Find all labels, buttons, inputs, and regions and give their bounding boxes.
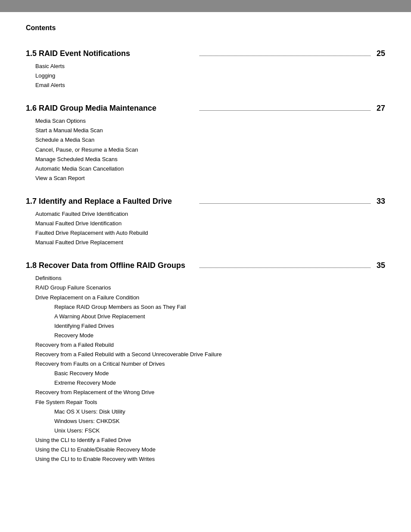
- list-item: Email Alerts: [35, 81, 385, 90]
- section-1-8-page: 35: [373, 261, 385, 270]
- list-item: Using the CLI to Enable/Disable Recovery…: [35, 445, 385, 454]
- section-1-5-page: 25: [373, 49, 385, 58]
- list-item: Using the CLI to Identify a Failed Drive: [35, 436, 385, 445]
- section-1-8-sub-sub-items-3: Mac OS X Users: Disk Utility Windows Use…: [54, 407, 385, 436]
- list-item: Start a Manual Media Scan: [35, 126, 385, 135]
- section-1-5-dots: [199, 56, 371, 56]
- list-item: Automatic Media Scan Cancellation: [35, 164, 385, 174]
- section-1-7-block: 1.7 Identify and Replace a Faulted Drive…: [26, 187, 385, 247]
- list-item: Recovery from a Failed Rebuild with a Se…: [35, 350, 385, 359]
- list-item: Recovery from a Failed Rebuild: [35, 340, 385, 350]
- section-1-7-sub-items: Automatic Faulted Drive Identification M…: [35, 209, 385, 247]
- list-item: Schedule a Media Scan: [35, 135, 385, 145]
- section-1-7-heading: 1.7 Identify and Replace a Faulted Drive…: [26, 197, 385, 206]
- section-1-8-sub-sub-items-2: Basic Recovery Mode Extreme Recovery Mod…: [54, 369, 385, 388]
- section-1-6-page: 27: [373, 104, 385, 113]
- section-1-5-block: 1.5 RAID Event Notifications 25 Basic Al…: [26, 40, 385, 90]
- section-1-5-heading: 1.5 RAID Event Notifications 25: [26, 49, 385, 58]
- section-1-8-dots: [199, 268, 371, 268]
- section-1-8-title: 1.8 Recover Data from Offline RAID Group…: [26, 261, 197, 270]
- section-1-6-heading-row: 1.6 RAID Group Media Maintenance 27: [26, 94, 385, 115]
- list-item: Using the CLI to to Enable Recovery with…: [35, 454, 385, 464]
- list-item: Manual Faulted Drive Replacement: [35, 238, 385, 247]
- list-item: File System Repair Tools: [35, 398, 385, 407]
- list-item: Drive Replacement on a Failure Condition: [35, 293, 385, 302]
- top-bar: [0, 0, 411, 12]
- list-item: Recovery from Faults on a Critical Numbe…: [35, 359, 385, 369]
- list-item: Basic Recovery Mode: [54, 369, 385, 378]
- section-1-8-heading-row: 1.8 Recover Data from Offline RAID Group…: [26, 252, 385, 273]
- page-container: Contents 1.5 RAID Event Notifications 25…: [0, 0, 411, 532]
- section-1-5-heading-row: 1.5 RAID Event Notifications 25: [26, 40, 385, 61]
- list-item: Manage Scheduled Media Scans: [35, 155, 385, 164]
- section-1-7-dots: [199, 203, 371, 204]
- list-item: Basic Alerts: [35, 62, 385, 71]
- section-1-6-heading: 1.6 RAID Group Media Maintenance 27: [26, 104, 385, 113]
- list-item: Logging: [35, 71, 385, 81]
- list-item: Unix Users: FSCK: [54, 426, 385, 436]
- list-item: Faulted Drive Replacement with Auto Rebu…: [35, 228, 385, 238]
- section-1-6-dots: [199, 110, 371, 111]
- list-item: Recovery from Replacement of the Wrong D…: [35, 388, 385, 397]
- section-1-8-block: 1.8 Recover Data from Offline RAID Group…: [26, 252, 385, 464]
- list-item: Windows Users: CHKDSK: [54, 417, 385, 426]
- list-item: Recovery Mode: [54, 331, 385, 340]
- list-item: View a Scan Report: [35, 174, 385, 183]
- list-item: Manual Faulted Drive Identification: [35, 219, 385, 228]
- section-1-8-heading: 1.8 Recover Data from Offline RAID Group…: [26, 261, 385, 270]
- list-item: Automatic Faulted Drive Identification: [35, 209, 385, 219]
- section-1-7-title: 1.7 Identify and Replace a Faulted Drive: [26, 197, 197, 206]
- section-1-7-page: 33: [373, 197, 385, 206]
- section-1-5-sub-items: Basic Alerts Logging Email Alerts: [35, 62, 385, 90]
- section-1-7-heading-row: 1.7 Identify and Replace a Faulted Drive…: [26, 187, 385, 208]
- section-1-8-sub-items: Definitions RAID Group Failure Scenarios…: [35, 274, 385, 464]
- list-item: Extreme Recovery Mode: [54, 378, 385, 388]
- list-item: Mac OS X Users: Disk Utility: [54, 407, 385, 417]
- contents-heading: Contents: [26, 24, 385, 32]
- list-item: Identifying Failed Drives: [54, 321, 385, 331]
- list-item: A Warning About Drive Replacement: [54, 312, 385, 321]
- list-item: RAID Group Failure Scenarios: [35, 283, 385, 292]
- section-1-8-sub-sub-items-1: Replace RAID Group Members as Soon as Th…: [54, 302, 385, 340]
- list-item: Replace RAID Group Members as Soon as Th…: [54, 302, 385, 312]
- list-item: Media Scan Options: [35, 116, 385, 126]
- section-1-5-title: 1.5 RAID Event Notifications: [26, 49, 197, 58]
- content-area: Contents 1.5 RAID Event Notifications 25…: [0, 12, 411, 485]
- list-item: Definitions: [35, 274, 385, 283]
- list-item: Cancel, Pause, or Resume a Media Scan: [35, 145, 385, 155]
- section-1-6-sub-items: Media Scan Options Start a Manual Media …: [35, 116, 385, 183]
- section-1-6-block: 1.6 RAID Group Media Maintenance 27 Medi…: [26, 94, 385, 183]
- section-1-6-title: 1.6 RAID Group Media Maintenance: [26, 104, 197, 113]
